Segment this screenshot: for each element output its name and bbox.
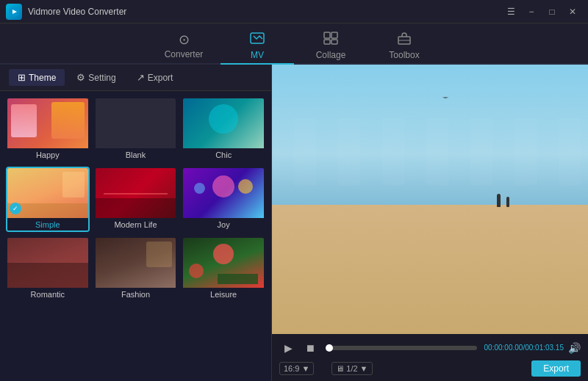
theme-leisure[interactable]: Leisure (182, 236, 265, 302)
selected-checkmark: ✓ (10, 203, 21, 214)
controls-row1: ▶ ⏹ 00:00:00.00/00:01:03.15 🔊 (279, 339, 581, 357)
aspect-ratio-selector[interactable]: 16:9 ▼ (279, 362, 314, 375)
bird-silhouette (442, 97, 449, 99)
theme-modern[interactable]: Modern Life (94, 167, 178, 232)
aspect-ratio-value: 16:9 (284, 364, 299, 373)
people-silhouettes (497, 194, 509, 210)
volume-button[interactable]: 🔊 (568, 342, 581, 354)
video-controls: ▶ ⏹ 00:00:00.00/00:01:03.15 🔊 16:9 ▼ 🖥 1… (272, 334, 588, 381)
app-title-text: Vidmore Video Converter (28, 7, 501, 17)
beach-sand (272, 205, 588, 334)
export-arrow-icon: ↗ (137, 72, 145, 83)
theme-leisure-label: Leisure (183, 288, 264, 300)
theme-joy[interactable]: Joy (182, 167, 265, 232)
right-panel: ▶ ⏹ 00:00:00.00/00:01:03.15 🔊 16:9 ▼ 🖥 1… (272, 65, 588, 381)
tab-mv-label: MV (251, 50, 264, 60)
svg-rect-3 (324, 32, 330, 38)
theme-fashion-label: Fashion (96, 288, 176, 300)
app-logo (6, 4, 22, 20)
stop-button[interactable]: ⏹ (301, 339, 319, 357)
main-content: ⊞ Theme ⚙ Setting ↗ Export (0, 65, 588, 381)
minimize-button[interactable]: − (522, 4, 541, 20)
tab-collage[interactable]: Collage (294, 28, 368, 65)
progress-handle[interactable] (326, 344, 333, 352)
progress-bar[interactable] (326, 346, 477, 350)
sub-tabs: ⊞ Theme ⚙ Setting ↗ Export (0, 65, 271, 91)
theme-happy[interactable]: Happy (6, 97, 90, 162)
toolbox-icon (397, 32, 412, 48)
theme-fashion[interactable]: Fashion (94, 236, 178, 302)
theme-simple-label: Simple (7, 218, 88, 231)
theme-joy-label: Joy (183, 218, 264, 231)
play-button[interactable]: ▶ (279, 339, 297, 357)
tab-converter[interactable]: ⊙ Converter (147, 28, 220, 65)
tab-toolbox[interactable]: Toolbox (368, 28, 441, 65)
theme-grid: Happy Blank Chic (0, 91, 271, 381)
tab-mv[interactable]: MV (220, 28, 294, 65)
maximize-button[interactable]: □ (542, 4, 562, 20)
theme-simple[interactable]: ✓ Simple (6, 167, 90, 232)
collage-icon (323, 32, 338, 48)
sub-tab-export[interactable]: ↗ Export (128, 69, 182, 86)
monitor-icon: 🖥 (336, 364, 344, 373)
person2-silhouette (506, 197, 509, 207)
sub-tab-setting[interactable]: ⚙ Setting (68, 69, 124, 86)
person1-silhouette (497, 194, 501, 207)
mv-icon (250, 32, 265, 48)
aspect-dropdown-icon: ▼ (301, 364, 309, 373)
tab-bar: ⊙ Converter MV Collage (0, 23, 588, 65)
theme-blank-label: Blank (96, 148, 176, 161)
svg-rect-6 (331, 40, 337, 44)
time-display: 00:00:00.00/00:01:03.15 (484, 344, 564, 352)
theme-grid-icon: ⊞ (18, 72, 26, 83)
tab-collage-label: Collage (316, 50, 346, 60)
theme-romantic[interactable]: Romantic (6, 236, 90, 302)
sub-tab-theme[interactable]: ⊞ Theme (9, 69, 65, 86)
quality-value: 1/2 (346, 364, 357, 373)
close-button[interactable]: ✕ (563, 4, 582, 20)
controls-row2: 16:9 ▼ 🖥 1/2 ▼ Export (279, 360, 581, 377)
theme-blank[interactable]: Blank (94, 97, 178, 162)
menu-button[interactable]: ☰ (501, 4, 520, 20)
wave-texture (272, 118, 588, 186)
tab-toolbox-label: Toolbox (389, 50, 419, 60)
export-video-button[interactable]: Export (531, 360, 581, 377)
window-controls: ☰ − □ ✕ (501, 4, 582, 20)
quality-selector[interactable]: 🖥 1/2 ▼ (331, 362, 372, 375)
tab-converter-label: Converter (165, 49, 204, 59)
preview-background (272, 65, 588, 334)
video-preview (272, 65, 588, 334)
theme-chic-label: Chic (183, 148, 264, 161)
setting-gear-icon: ⚙ (76, 72, 85, 83)
theme-romantic-label: Romantic (7, 288, 88, 300)
left-panel: ⊞ Theme ⚙ Setting ↗ Export (0, 65, 272, 381)
theme-chic[interactable]: Chic (182, 97, 265, 162)
svg-rect-4 (331, 32, 337, 38)
quality-dropdown-icon: ▼ (360, 364, 368, 373)
title-bar: Vidmore Video Converter ☰ − □ ✕ (0, 0, 588, 23)
converter-icon: ⊙ (179, 32, 190, 48)
theme-happy-label: Happy (7, 148, 88, 161)
svg-rect-5 (324, 40, 330, 44)
theme-modern-label: Modern Life (96, 218, 176, 231)
